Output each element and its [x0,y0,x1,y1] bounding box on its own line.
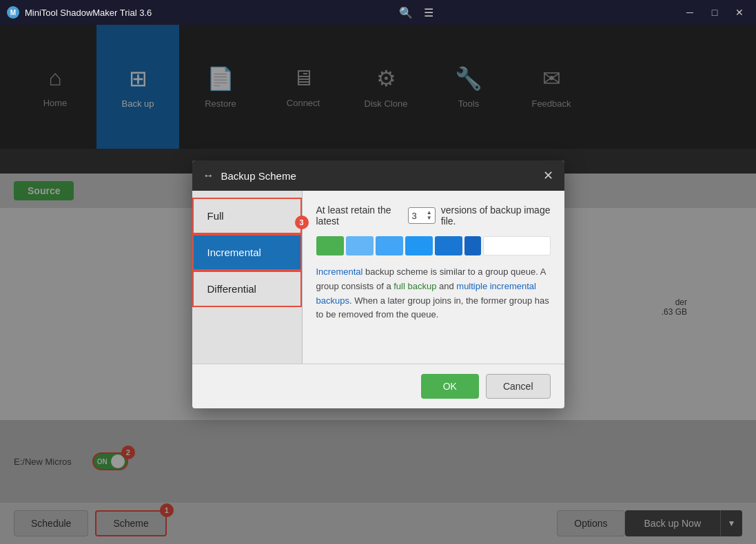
dialog-title: Backup Scheme [221,170,536,182]
badge-3-wrapper: 3 [295,216,309,229]
ok-button[interactable]: OK [421,374,479,399]
app-title: MiniTool ShadowMaker Trial 3.6 [25,8,152,18]
backup-scheme-dialog: ↔ Backup Scheme ✕ Full Incremental Diffe… [192,160,564,408]
retain-row: At least retain the latest 3 ▲ ▼ version… [316,205,551,227]
dialog-body: Full Incremental Differential 3 At least… [192,191,564,364]
titlebar-icons: 🔍 ☰ [399,6,433,19]
scheme-full[interactable]: Full [192,198,302,234]
spinner-arrows: ▲ ▼ [427,210,432,221]
scheme-description: Incremental backup scheme is similar to … [316,265,551,322]
window-controls: ─ □ ✕ [680,4,749,21]
block-inc1 [346,236,374,255]
block-inc2 [376,236,403,255]
scheme-incremental[interactable]: Incremental [192,234,302,271]
cancel-button[interactable]: Cancel [486,374,551,399]
close-button[interactable]: ✕ [730,4,749,21]
dialog-close-button[interactable]: ✕ [543,168,553,183]
titlebar: M MiniTool ShadowMaker Trial 3.6 🔍 ☰ ─ □… [0,0,756,25]
search-icon[interactable]: 🔍 [399,6,413,19]
dialog-scheme-list: Full Incremental Differential 3 [192,191,303,364]
retain-text-before: At least retain the latest [316,205,403,227]
dialog-right-panel: At least retain the latest 3 ▲ ▼ version… [303,191,564,364]
titlebar-left: M MiniTool ShadowMaker Trial 3.6 [7,6,152,19]
block-inc4 [435,236,462,255]
dialog-titlebar: ↔ Backup Scheme ✕ [192,160,564,191]
scheme-differential[interactable]: Differential [192,271,302,307]
spinner-value: 3 [411,211,416,221]
dialog-overlay: ↔ Backup Scheme ✕ Full Incremental Diffe… [0,25,756,544]
app-logo: M [7,6,19,19]
maximize-button[interactable]: □ [705,4,724,21]
main-area: ⌂ Home ⊞ Back up 📄 Restore 🖥 Connect ⚙ D… [0,25,756,544]
badge-3: 3 [295,216,309,229]
retain-spinner[interactable]: 3 ▲ ▼ [408,207,435,224]
dialog-scheme-icon: ↔ [203,169,214,182]
desc-text: Incremental backup scheme is similar to … [316,266,549,320]
minimize-button[interactable]: ─ [680,4,699,21]
block-empty [483,236,551,255]
block-inc3 [405,236,433,255]
dialog-footer: OK Cancel [192,364,564,408]
block-full [316,236,344,255]
block-inc5 [464,236,481,255]
retain-text-after: versions of backup image file. [441,205,551,227]
menu-icon[interactable]: ☰ [424,6,433,19]
scheme-visual [316,236,551,255]
